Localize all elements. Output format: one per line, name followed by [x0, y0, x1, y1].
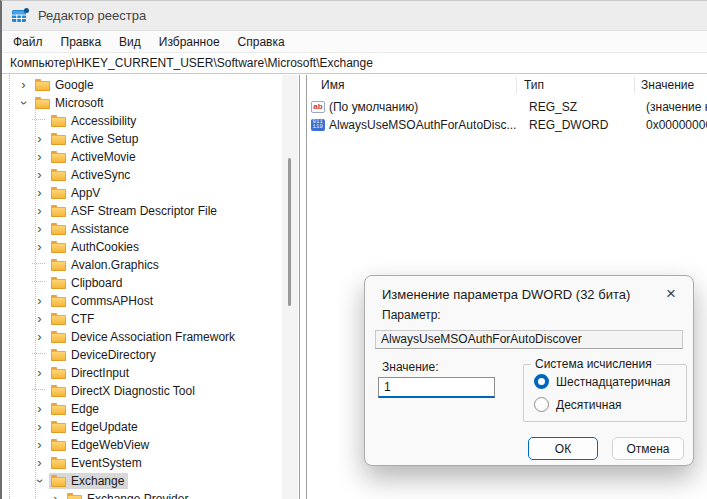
chevron-right-icon[interactable]: ›	[30, 292, 49, 310]
cancel-button[interactable]: Отмена	[612, 437, 684, 460]
chevron-right-icon[interactable]: ›	[30, 328, 49, 346]
tree-item-content[interactable]: ActiveMovie	[49, 149, 140, 165]
tree-item-edge[interactable]: ›Edge	[2, 400, 282, 418]
chevron-right-icon[interactable]: ›	[30, 436, 49, 454]
chevron-right-icon[interactable]: ›	[14, 76, 33, 94]
radio-hexadecimal[interactable]: Шестнадцатеричная	[534, 374, 670, 389]
chevron-right-icon[interactable]: ›	[30, 148, 49, 166]
tree-item-content[interactable]: Active Setup	[49, 131, 142, 147]
tree-item-activesync[interactable]: ›ActiveSync	[2, 166, 282, 184]
tree-item-content[interactable]: Clipboard	[49, 275, 126, 291]
chevron-right-icon[interactable]: ›	[30, 166, 49, 184]
tree-item-exchange-provider[interactable]: ›Exchange Provider	[2, 490, 282, 499]
tree-item-google[interactable]: ›Google	[2, 76, 282, 94]
tree-item-content[interactable]: AppV	[49, 185, 104, 201]
tree-item-clipboard[interactable]: Clipboard	[2, 274, 282, 292]
tree-item-eventsystem[interactable]: ›EventSystem	[2, 454, 282, 472]
string-value-icon: ab	[311, 101, 325, 113]
radio-decimal[interactable]: Десятичная	[534, 397, 622, 412]
column-separator[interactable]	[516, 77, 517, 94]
tree-item-content[interactable]: CommsAPHost	[49, 293, 157, 309]
tree-item-activemovie[interactable]: ›ActiveMovie	[2, 148, 282, 166]
tree-item-content[interactable]: Accessibility	[49, 113, 140, 129]
tree-item-content[interactable]: Device Association Framework	[49, 329, 239, 345]
folder-icon	[51, 277, 66, 290]
value-label: Значение:	[382, 360, 439, 374]
tree-item-directx-diagnostic-tool[interactable]: DirectX Diagnostic Tool	[2, 382, 282, 400]
tree-item-content[interactable]: DeviceDirectory	[49, 347, 160, 363]
chevron-right-icon[interactable]: ›	[30, 454, 49, 472]
tree-item-edgeupdate[interactable]: ›EdgeUpdate	[2, 418, 282, 436]
chevron-right-icon[interactable]: ›	[30, 400, 49, 418]
tree-item-content[interactable]: Avalon.Graphics	[49, 257, 163, 273]
tree-item-content[interactable]: ASF Stream Descriptor File	[49, 203, 221, 219]
column-header-value[interactable]: Значение	[641, 78, 694, 92]
radio-button-icon[interactable]	[534, 397, 549, 412]
column-header-type[interactable]: Тип	[524, 78, 544, 92]
tree-item-content[interactable]: Exchange Provider	[65, 491, 192, 499]
tree-item-accessibility[interactable]: Accessibility	[2, 112, 282, 130]
tree-item-content[interactable]: DirectInput	[49, 365, 133, 381]
folder-icon	[67, 493, 82, 499]
tree-item-content[interactable]: Microsoft	[33, 95, 108, 111]
ok-button[interactable]: ОК	[528, 437, 598, 460]
tree-item-label: Active Setup	[71, 132, 138, 146]
menu-item-file[interactable]: Файл	[4, 31, 52, 53]
tree-item-appv[interactable]: ›AppV	[2, 184, 282, 202]
close-icon[interactable]: ×	[659, 282, 683, 306]
tree-item-asf-stream-descriptor-file[interactable]: ›ASF Stream Descriptor File	[2, 202, 282, 220]
tree-item-directinput[interactable]: ›DirectInput	[2, 364, 282, 382]
folder-icon	[51, 313, 66, 326]
chevron-down-icon[interactable]: ›	[15, 94, 33, 113]
tree-item-content[interactable]: Google	[33, 77, 98, 93]
tree-item-active-setup[interactable]: ›Active Setup	[2, 130, 282, 148]
column-separator[interactable]	[634, 77, 635, 94]
tree-item-exchange[interactable]: ›Exchange	[2, 472, 282, 490]
column-header-name[interactable]: Имя	[321, 78, 344, 92]
tree-item-content[interactable]: CTF	[49, 311, 98, 327]
registry-path[interactable]: Компьютер\HKEY_CURRENT_USER\Software\Mic…	[10, 56, 373, 70]
folder-icon	[51, 241, 66, 254]
menu-item-view[interactable]: Вид	[110, 31, 150, 53]
tree-item-content[interactable]: Edge	[49, 401, 103, 417]
tree-item-assistance[interactable]: ›Assistance	[2, 220, 282, 238]
tree-item-authcookies[interactable]: ›AuthCookies	[2, 238, 282, 256]
value-row[interactable]: 011110AlwaysUseMSOAuthForAutoDisc...REG_…	[307, 116, 707, 134]
menu-item-favorites[interactable]: Избранное	[150, 31, 229, 53]
chevron-right-icon[interactable]: ›	[30, 418, 49, 436]
tree-item-content[interactable]: DirectX Diagnostic Tool	[49, 383, 199, 399]
chevron-right-icon[interactable]: ›	[30, 202, 49, 220]
radio-button-icon[interactable]	[534, 374, 549, 389]
menu-item-edit[interactable]: Правка	[52, 31, 111, 53]
value-input[interactable]: 1	[378, 377, 495, 398]
chevron-right-icon[interactable]: ›	[30, 220, 49, 238]
chevron-down-icon[interactable]: ›	[31, 472, 49, 491]
menu-item-help[interactable]: Справка	[229, 31, 294, 53]
value-row[interactable]: ab(По умолчанию)REG_SZ(значение н	[307, 98, 707, 116]
chevron-right-icon[interactable]: ›	[30, 130, 49, 148]
dialog-title: Изменение параметра DWORD (32 бита)	[382, 287, 630, 302]
tree-item-content[interactable]: AuthCookies	[49, 239, 143, 255]
param-name-field[interactable]: AlwaysUseMSOAuthForAutoDiscover	[375, 330, 683, 349]
tree-item-edgewebview[interactable]: ›EdgeWebView	[2, 436, 282, 454]
chevron-right-icon[interactable]: ›	[30, 238, 49, 256]
chevron-right-icon[interactable]: ›	[30, 310, 49, 328]
address-bar[interactable]: Компьютер\HKEY_CURRENT_USER\Software\Mic…	[2, 53, 707, 74]
tree-item-microsoft[interactable]: ›Microsoft	[2, 94, 282, 112]
chevron-right-icon[interactable]: ›	[30, 364, 49, 382]
tree-item-devicedirectory[interactable]: DeviceDirectory	[2, 346, 282, 364]
tree-item-content[interactable]: Exchange	[49, 473, 128, 489]
tree-scrollbar-thumb[interactable]	[288, 158, 291, 306]
tree-item-content[interactable]: ActiveSync	[49, 167, 134, 183]
tree-item-ctf[interactable]: ›CTF	[2, 310, 282, 328]
tree-item-commsaphost[interactable]: ›CommsAPHost	[2, 292, 282, 310]
tree-item-content[interactable]: EdgeUpdate	[49, 419, 142, 435]
tree-item-device-association-framework[interactable]: ›Device Association Framework	[2, 328, 282, 346]
tree-item-content[interactable]: EdgeWebView	[49, 437, 153, 453]
tree-item-avalon-graphics[interactable]: Avalon.Graphics	[2, 256, 282, 274]
chevron-right-icon[interactable]: ›	[46, 490, 65, 499]
tree-item-content[interactable]: EventSystem	[49, 455, 146, 471]
tree-scrollbar-track[interactable]	[282, 75, 298, 499]
tree-item-content[interactable]: Assistance	[49, 221, 133, 237]
chevron-right-icon[interactable]: ›	[30, 184, 49, 202]
